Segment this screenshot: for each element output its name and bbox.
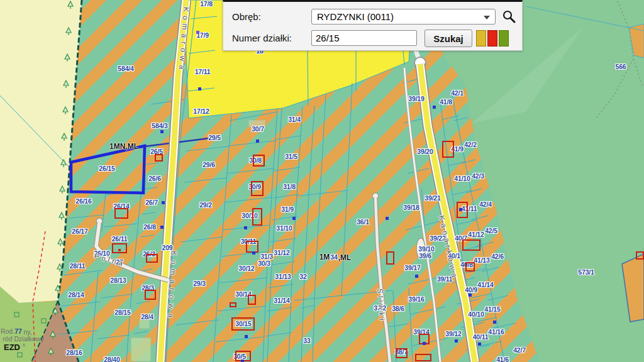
parcel-label: 41/6 (496, 356, 509, 362)
address-point-dot (198, 87, 201, 90)
parcel-label: 26/11 (112, 235, 128, 243)
parcel-label: 41/12 (468, 231, 484, 238)
parcel-label: 39/21 (425, 194, 440, 202)
parcel-label: 26/7 (145, 199, 158, 206)
building-outline (457, 202, 468, 218)
building-outline (230, 302, 236, 307)
parcel-label: 39/16 (408, 295, 424, 303)
area-label: EZD (4, 343, 20, 352)
area-label: s (23, 342, 25, 348)
building-outline (636, 251, 644, 260)
parcel-label: 26/17 (72, 228, 87, 235)
parcel-label: 39/12 (445, 330, 461, 337)
address-point-dot (469, 293, 472, 297)
parcel-label: 41/15 (484, 305, 500, 313)
parcel-label: 29/3 (193, 280, 206, 287)
parcel-label: 38/6 (392, 305, 404, 312)
parcel-label: 28/40 (104, 356, 119, 362)
address-point-dot (455, 339, 458, 343)
building-outline (251, 181, 264, 196)
street-name-label: Śliwki (375, 288, 387, 324)
parcel-label: 30/12 (238, 265, 254, 272)
address-point-dot (292, 217, 296, 220)
building-outline (231, 317, 255, 331)
address-point-dot (433, 106, 436, 109)
parcel-number-input[interactable] (311, 30, 417, 46)
building-outline (442, 141, 454, 158)
building-outline (253, 155, 265, 167)
szukaj-button[interactable]: Szukaj (425, 30, 472, 47)
street-name-label: Komarowa (177, 7, 191, 74)
building-outline (252, 208, 262, 226)
parcel-label: 28/16 (66, 349, 82, 356)
parcel-label: 33 (303, 337, 310, 344)
map-canvas[interactable]: 584/4584/317/817/917/1117/121826/526/626… (0, 0, 644, 362)
legend-swatch-yellow[interactable] (476, 30, 486, 47)
parcel-label: 17/12 (193, 107, 209, 115)
search-icon[interactable] (502, 9, 516, 23)
zone-label: 1MN,ML (109, 142, 138, 151)
parcel-label: 40/10 (468, 310, 484, 318)
street-name-label: Komarowa (166, 251, 179, 322)
building-outline (146, 254, 158, 263)
parcel-label: 29/6 (203, 161, 215, 168)
building-outline (462, 239, 480, 251)
building-outline (145, 290, 156, 300)
parcel-label: 31/8 (283, 183, 296, 190)
address-point-dot (478, 343, 481, 346)
legend-swatch-red[interactable] (487, 30, 497, 47)
parcel-label: 34 (330, 253, 337, 261)
parcel-label: 42/2 (464, 141, 477, 148)
parcel-label: 42/1 (451, 89, 464, 97)
parcel-label: 28/4 (141, 313, 153, 321)
building-outline (415, 354, 431, 361)
numer-dzialki-label: Numer działki: (232, 30, 292, 46)
parcel-label: 26/16 (75, 197, 91, 205)
address-point-dot (386, 217, 389, 220)
address-point-dot (252, 251, 255, 255)
parcel-label: 39/6 (419, 252, 431, 260)
parcel-label: 584/3 (152, 122, 167, 129)
parcel-label: 41/14 (477, 281, 493, 288)
address-point-dot (423, 342, 426, 345)
parcel-label: 39/19 (408, 95, 424, 102)
address-point-dot (118, 249, 121, 251)
area-label: Rod. (1, 327, 14, 335)
parcel-label: 29/5 (208, 134, 221, 141)
address-point-dot (196, 31, 199, 34)
address-point-dot (493, 321, 496, 324)
address-point-dot (244, 226, 247, 229)
parcel-label: 39/20 (417, 148, 433, 155)
building-outline (114, 208, 128, 219)
parcel-label: 41/16 (488, 328, 504, 336)
address-point-dot (241, 359, 244, 362)
obreb-select[interactable]: RYDZYNKI (0011) (311, 9, 496, 25)
address-point-dot (256, 140, 259, 143)
legend-swatch-green[interactable] (499, 30, 509, 47)
area-label: 77 (14, 327, 22, 335)
parcel-label: 40/9 (465, 286, 477, 293)
parcel-label: 31/4 (288, 116, 301, 123)
parcel-label: 42/6 (491, 253, 504, 260)
parcel-label: 566 (616, 63, 626, 70)
parcel-label: 30/3 (258, 260, 270, 267)
parcel-label: 28/15 (114, 309, 130, 316)
zone-label: 1M (319, 253, 330, 261)
building-outline (465, 262, 475, 272)
parcel-label: 41/13 (474, 256, 489, 264)
parcel-label: 28/14 (68, 291, 84, 299)
address-point-dot (415, 275, 418, 278)
parcel-label: 42/3 (472, 172, 484, 180)
chevron-down-icon (484, 16, 490, 19)
parcel-label: 39/17 (404, 264, 420, 272)
parcel-label: 36/1 (357, 218, 369, 226)
parcel-label: 29/2 (199, 201, 212, 209)
parcel-label: 42/7 (513, 346, 526, 354)
parcel-label: 31/10 (276, 224, 292, 232)
parcel-label: 40/11 (473, 333, 489, 341)
building-outline (112, 243, 127, 253)
obreb-selected-value: RYDZYNKI (0011) (317, 11, 394, 22)
parcel-label: 42/5 (485, 227, 497, 234)
parcel-label: 30/7 (252, 125, 264, 133)
parcel-label: 28/11 (70, 262, 86, 270)
